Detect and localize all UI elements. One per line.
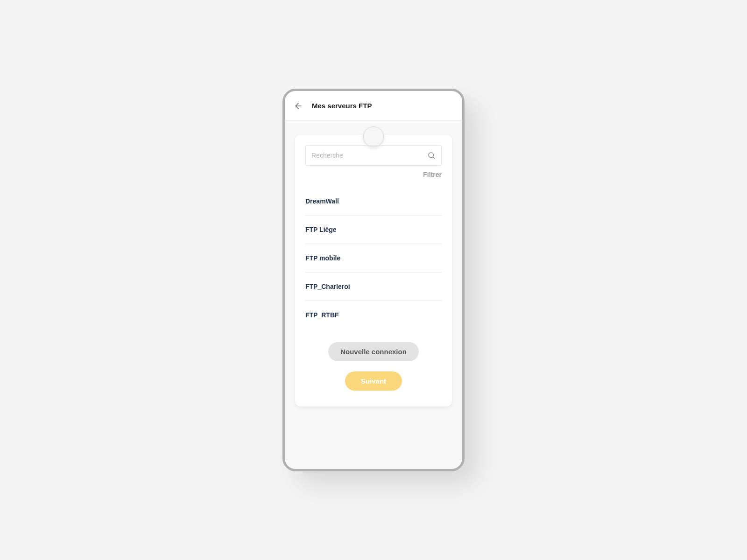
- app-header: Mes serveurs FTP: [285, 91, 462, 121]
- next-button[interactable]: Suivant: [345, 371, 402, 391]
- server-list: DreamWall FTP Liège FTP mobile FTP_Charl…: [305, 187, 442, 329]
- search-icon[interactable]: [427, 151, 436, 160]
- server-list-item[interactable]: DreamWall: [305, 187, 442, 216]
- filter-button[interactable]: Filtrer: [423, 171, 442, 178]
- back-arrow-icon[interactable]: [293, 101, 303, 111]
- search-field-container: [305, 145, 442, 166]
- content-card: Filtrer DreamWall FTP Liège FTP mobile F…: [295, 135, 452, 406]
- server-list-item[interactable]: FTP Liège: [305, 216, 442, 244]
- svg-point-1: [429, 153, 434, 158]
- server-list-item[interactable]: FTP_Charleroi: [305, 273, 442, 301]
- button-group: Nouvelle connexion Suivant: [305, 342, 442, 391]
- page-title: Mes serveurs FTP: [312, 102, 372, 110]
- search-input[interactable]: [311, 152, 427, 159]
- filter-row: Filtrer: [305, 166, 442, 187]
- touch-indicator-icon: [363, 126, 384, 147]
- phone-frame: Mes serveurs FTP Filtrer DreamWall FTP L…: [282, 89, 465, 471]
- svg-line-2: [433, 157, 434, 158]
- new-connection-button[interactable]: Nouvelle connexion: [328, 342, 419, 361]
- server-list-item[interactable]: FTP_RTBF: [305, 301, 442, 329]
- server-list-item[interactable]: FTP mobile: [305, 244, 442, 273]
